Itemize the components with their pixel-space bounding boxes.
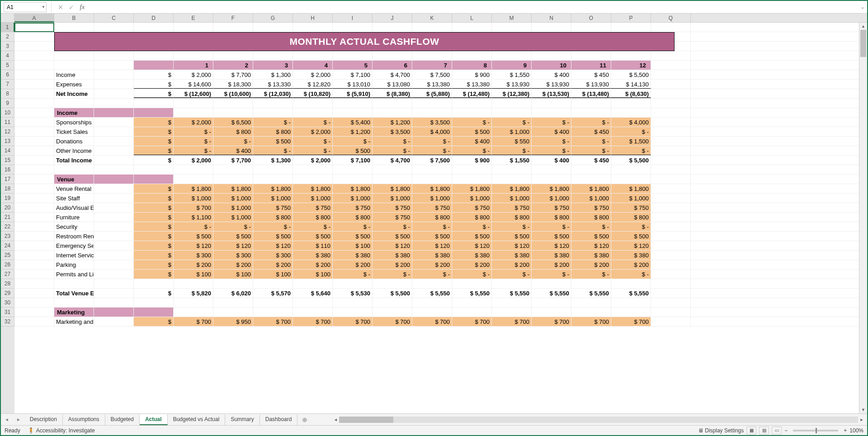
value-cell[interactable]: $ - xyxy=(174,222,213,231)
row-label[interactable]: Internet Services xyxy=(54,251,94,260)
cell[interactable] xyxy=(571,51,611,60)
horizontal-scrollbar[interactable]: ◄ ► xyxy=(332,417,865,423)
value-cell[interactable]: $ 3,500 xyxy=(373,127,412,136)
cell[interactable] xyxy=(54,279,94,288)
cell[interactable] xyxy=(134,165,174,174)
value-cell[interactable]: $ 750 xyxy=(452,203,492,212)
value-cell[interactable]: $ 300 xyxy=(253,251,293,260)
row-header-1[interactable]: 1 xyxy=(1,23,14,32)
value-cell[interactable]: $ 800 xyxy=(253,213,293,222)
row-header-9[interactable]: 9 xyxy=(1,99,14,108)
cell[interactable] xyxy=(293,23,333,32)
value-cell[interactable]: $ 1,800 xyxy=(452,184,492,193)
cell[interactable] xyxy=(651,232,691,241)
cell[interactable] xyxy=(213,165,253,174)
value-cell[interactable]: $ 1,800 xyxy=(253,184,293,193)
cell[interactable] xyxy=(94,270,134,279)
value-cell[interactable]: $ 750 xyxy=(333,203,373,212)
column-header-F[interactable]: F xyxy=(213,14,253,22)
zoom-level[interactable]: 100% xyxy=(849,427,863,434)
value-cell[interactable]: $ - xyxy=(373,137,412,146)
month-header[interactable]: 5 xyxy=(333,61,373,70)
value-cell[interactable]: $ 13,930 xyxy=(532,80,571,89)
cell[interactable] xyxy=(14,289,54,298)
value-cell[interactable]: $ - xyxy=(333,137,373,146)
scroll-up-icon[interactable]: ▲ xyxy=(859,23,867,30)
cell[interactable] xyxy=(94,127,134,136)
value-cell[interactable]: $ (12,380) xyxy=(492,89,532,98)
cell[interactable] xyxy=(14,232,54,241)
value-cell[interactable]: $ 4,000 xyxy=(611,118,651,127)
cell[interactable] xyxy=(651,127,691,136)
column-header-A[interactable]: A xyxy=(14,14,54,22)
cell[interactable] xyxy=(213,51,253,60)
value-cell[interactable]: $ 500 xyxy=(253,232,293,241)
currency[interactable]: $ xyxy=(134,127,174,136)
value-cell[interactable]: $ 700 xyxy=(412,317,452,326)
value-cell[interactable]: $ - xyxy=(571,137,611,146)
cell[interactable] xyxy=(651,51,691,60)
total-value[interactable]: $ 5,550 xyxy=(412,289,452,298)
value-cell[interactable]: $ 700 xyxy=(532,317,571,326)
cell[interactable] xyxy=(373,51,412,60)
cell[interactable] xyxy=(174,298,213,307)
month-header[interactable]: 8 xyxy=(452,61,492,70)
value-cell[interactable]: $ 380 xyxy=(532,251,571,260)
cell[interactable] xyxy=(293,99,333,108)
cell[interactable] xyxy=(94,213,134,222)
cell[interactable] xyxy=(14,32,54,41)
cell[interactable] xyxy=(14,241,54,250)
cell[interactable] xyxy=(373,279,412,288)
value-cell[interactable]: $ (12,030) xyxy=(253,89,293,98)
value-cell[interactable]: $ - xyxy=(253,146,293,155)
value-cell[interactable]: $ - xyxy=(333,270,373,279)
cell[interactable] xyxy=(492,51,532,60)
month-header[interactable]: 3 xyxy=(253,61,293,70)
cell[interactable] xyxy=(14,270,54,279)
cell[interactable] xyxy=(213,298,253,307)
value-cell[interactable]: $ 14,130 xyxy=(611,80,651,89)
value-cell[interactable]: $ 200 xyxy=(253,260,293,269)
cell[interactable] xyxy=(94,70,134,79)
value-cell[interactable]: $ 400 xyxy=(452,137,492,146)
cell[interactable] xyxy=(293,165,333,174)
row-label[interactable]: Ticket Sales xyxy=(54,127,94,136)
value-cell[interactable]: $ 700 xyxy=(174,317,213,326)
cell[interactable] xyxy=(651,61,691,70)
total-value[interactable]: $ 2,000 xyxy=(174,156,213,165)
value-cell[interactable]: $ 200 xyxy=(492,260,532,269)
value-cell[interactable]: $ 700 xyxy=(293,317,333,326)
expand-formula-bar-icon[interactable]: ⌄ xyxy=(858,5,867,9)
value-cell[interactable]: $ - xyxy=(293,146,333,155)
value-cell[interactable]: $ 100 xyxy=(174,270,213,279)
cell[interactable] xyxy=(94,80,134,89)
value-cell[interactable]: $ - xyxy=(492,222,532,231)
cell[interactable] xyxy=(651,203,691,212)
cell[interactable] xyxy=(134,279,174,288)
cell[interactable] xyxy=(213,23,253,32)
month-header[interactable]: 4 xyxy=(293,61,333,70)
cell[interactable] xyxy=(14,184,54,193)
value-cell[interactable]: $ 750 xyxy=(293,203,333,212)
column-header-O[interactable]: O xyxy=(571,14,611,22)
sheet-tab-budgeted-vs-actual[interactable]: Budgeted vs Actual xyxy=(168,414,226,425)
currency[interactable]: $ xyxy=(134,289,174,298)
value-cell[interactable]: $ 1,800 xyxy=(373,184,412,193)
row-header-11[interactable]: 11 xyxy=(1,118,14,127)
scroll-left-icon[interactable]: ◄ xyxy=(332,417,339,422)
cell[interactable] xyxy=(333,99,373,108)
cell[interactable] xyxy=(94,23,134,32)
cell[interactable] xyxy=(611,308,651,317)
value-cell[interactable]: $ 700 xyxy=(452,317,492,326)
cell[interactable] xyxy=(253,51,293,60)
cell[interactable] xyxy=(213,175,253,184)
currency[interactable]: $ xyxy=(134,70,174,79)
cell[interactable] xyxy=(373,308,412,317)
cell[interactable] xyxy=(14,298,54,307)
cell[interactable] xyxy=(14,213,54,222)
value-cell[interactable]: $ 750 xyxy=(412,203,452,212)
value-cell[interactable]: $ 3,500 xyxy=(412,118,452,127)
summary-label[interactable]: Expenses xyxy=(54,80,94,89)
row-header-13[interactable]: 13 xyxy=(1,137,14,146)
total-value[interactable]: $ 5,550 xyxy=(571,289,611,298)
